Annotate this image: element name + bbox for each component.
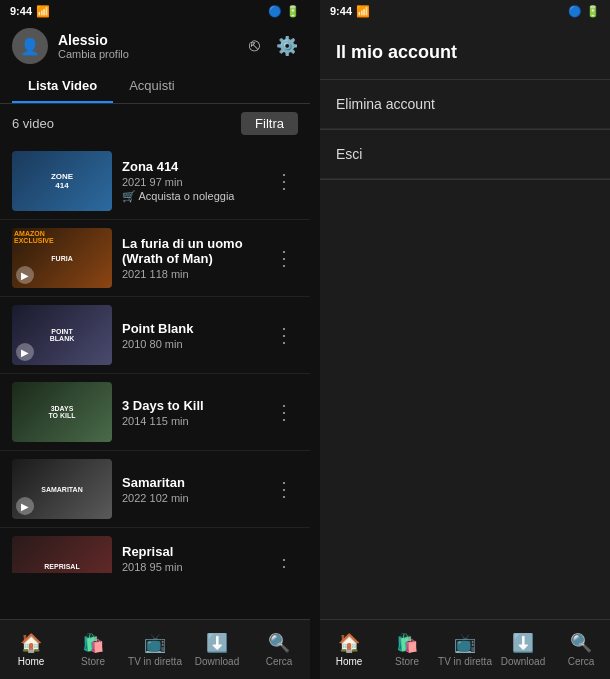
- nav-label: Store: [81, 656, 105, 667]
- nav-home-right[interactable]: 🏠 Home: [320, 620, 378, 679]
- tabs: Lista Video Acquisti: [0, 70, 310, 104]
- nav-tv-right[interactable]: 📺 TV in diretta: [436, 620, 494, 679]
- filter-button[interactable]: Filtra: [241, 112, 298, 135]
- video-info: Samaritan 2022 102 min: [122, 475, 260, 504]
- thumb-bg: ZONE414: [12, 151, 112, 211]
- download-icon-right: ⬇️: [512, 632, 534, 654]
- video-info: La furia di un uomo (Wrath of Man) 2021 …: [122, 236, 260, 280]
- battery-icon-left: 🔋: [286, 5, 300, 18]
- list-item: POINTBLANK ▶ Point Blank 2010 80 min ⋮: [0, 297, 310, 374]
- home-icon: 🏠: [20, 632, 42, 654]
- nav-tv[interactable]: 📺 TV in diretta: [124, 620, 186, 679]
- more-button[interactable]: ⋮: [270, 169, 298, 193]
- video-title: Point Blank: [122, 321, 260, 336]
- overlay-title: Il mio account: [320, 30, 610, 79]
- nav-label: Download: [195, 656, 239, 667]
- store-icon: 🛍️: [82, 632, 104, 654]
- video-meta: 2018 95 min: [122, 561, 260, 573]
- video-thumb[interactable]: 3DAYSTO KILL: [12, 382, 112, 442]
- video-count: 6 video: [12, 116, 54, 131]
- more-button[interactable]: ⋮: [270, 400, 298, 424]
- header: 👤 Alessio Cambia profilo ⎋ ⚙️: [0, 22, 310, 70]
- more-button[interactable]: ⋮: [270, 323, 298, 347]
- video-list: ZONE414 Zona 414 2021 97 min 🛒 Acquista …: [0, 143, 310, 573]
- bottom-nav: 🏠 Home 🛍️ Store 📺 TV in diretta ⬇️ Downl…: [0, 619, 310, 679]
- overlay-panel: 9:44 📶 🔵 🔋 Il mio account Elimina accoun…: [320, 0, 610, 679]
- video-meta: 2021 118 min: [122, 268, 260, 280]
- nav-store[interactable]: 🛍️ Store: [62, 620, 124, 679]
- cast-icon[interactable]: ⎋: [249, 35, 260, 57]
- list-item: ZONE414 Zona 414 2021 97 min 🛒 Acquista …: [0, 143, 310, 220]
- video-title: 3 Days to Kill: [122, 398, 260, 413]
- play-button[interactable]: ▶: [16, 497, 34, 515]
- video-thumb[interactable]: REPRISAL: [12, 536, 112, 573]
- video-title: Samaritan: [122, 475, 260, 490]
- tab-acquisti[interactable]: Acquisti: [113, 70, 191, 103]
- nav-download[interactable]: ⬇️ Download: [186, 620, 248, 679]
- search-icon: 🔍: [268, 632, 290, 654]
- user-info: Alessio Cambia profilo: [58, 32, 239, 60]
- video-thumb[interactable]: FURIA ▶ AMAZONEXCLUSIVE: [12, 228, 112, 288]
- list-header: 6 video Filtra: [0, 104, 310, 143]
- more-button[interactable]: ⋮: [270, 477, 298, 501]
- nav-store-right[interactable]: 🛍️ Store: [378, 620, 436, 679]
- tv-icon-right: 📺: [454, 632, 476, 654]
- nav-label-right: Home: [336, 656, 363, 667]
- list-item: SAMARITAN ▶ Samaritan 2022 102 min ⋮: [0, 451, 310, 528]
- divider: [320, 179, 610, 180]
- signal-icon-left: 📶: [36, 5, 50, 18]
- thumb-bg: REPRISAL: [12, 536, 112, 573]
- store-icon-right: 🛍️: [396, 632, 418, 654]
- nav-label: Cerca: [266, 656, 293, 667]
- user-name: Alessio: [58, 32, 239, 48]
- bottom-nav-right: 🏠 Home 🛍️ Store 📺 TV in diretta ⬇️ Downl…: [320, 619, 610, 679]
- more-button[interactable]: ⋮: [270, 246, 298, 270]
- video-info: 3 Days to Kill 2014 115 min: [122, 398, 260, 427]
- nav-home[interactable]: 🏠 Home: [0, 620, 62, 679]
- video-title: Reprisal: [122, 544, 260, 559]
- main-panel: 9:44 📶 🔵 🔋 👤 Alessio Cambia profilo ⎋ ⚙️…: [0, 0, 310, 679]
- video-thumb[interactable]: POINTBLANK ▶: [12, 305, 112, 365]
- video-info: Zona 414 2021 97 min 🛒 Acquista o nolegg…: [122, 159, 260, 203]
- more-button[interactable]: ⋮: [270, 554, 298, 573]
- nav-download-right[interactable]: ⬇️ Download: [494, 620, 552, 679]
- tab-lista-video[interactable]: Lista Video: [12, 70, 113, 103]
- overlay-delete-account[interactable]: Elimina account: [320, 80, 610, 129]
- thumb-bg: 3DAYSTO KILL: [12, 382, 112, 442]
- nav-label-right: Cerca: [568, 656, 595, 667]
- status-bar-left: 9:44 📶 🔵 🔋: [0, 0, 310, 22]
- nav-search-right[interactable]: 🔍 Cerca: [552, 620, 610, 679]
- bt-icon-left: 🔵: [268, 5, 282, 18]
- video-title: Zona 414: [122, 159, 260, 174]
- video-thumb[interactable]: SAMARITAN ▶: [12, 459, 112, 519]
- list-item: 3DAYSTO KILL 3 Days to Kill 2014 115 min…: [0, 374, 310, 451]
- nav-search[interactable]: 🔍 Cerca: [248, 620, 310, 679]
- nav-label: Home: [18, 656, 45, 667]
- video-meta: 2022 102 min: [122, 492, 260, 504]
- nav-label-right: Download: [501, 656, 545, 667]
- play-button[interactable]: ▶: [16, 266, 34, 284]
- video-thumb[interactable]: ZONE414: [12, 151, 112, 211]
- time-left: 9:44: [10, 5, 32, 17]
- video-meta: 2010 80 min: [122, 338, 260, 350]
- nav-label-right: Store: [395, 656, 419, 667]
- avatar[interactable]: 👤: [12, 28, 48, 64]
- overlay-logout[interactable]: Esci: [320, 130, 610, 179]
- video-meta: 2014 115 min: [122, 415, 260, 427]
- video-info: Reprisal 2018 95 min 🛒 Acquista o nolegg…: [122, 544, 260, 573]
- status-bar-right: 9:44 📶 🔵 🔋: [320, 0, 610, 22]
- list-item: REPRISAL Reprisal 2018 95 min 🛒 Acquista…: [0, 528, 310, 573]
- video-meta: 2021 97 min: [122, 176, 260, 188]
- search-icon-right: 🔍: [570, 632, 592, 654]
- tv-icon: 📺: [144, 632, 166, 654]
- home-icon-right: 🏠: [338, 632, 360, 654]
- nav-label-right: TV in diretta: [438, 656, 492, 667]
- nav-label: TV in diretta: [128, 656, 182, 667]
- video-purchase: 🛒 Acquista o noleggia: [122, 190, 260, 203]
- video-info: Point Blank 2010 80 min: [122, 321, 260, 350]
- download-icon: ⬇️: [206, 632, 228, 654]
- settings-icon[interactable]: ⚙️: [276, 35, 298, 57]
- signal-icon-right: 📶: [356, 5, 370, 18]
- user-sub[interactable]: Cambia profilo: [58, 48, 239, 60]
- play-button[interactable]: ▶: [16, 343, 34, 361]
